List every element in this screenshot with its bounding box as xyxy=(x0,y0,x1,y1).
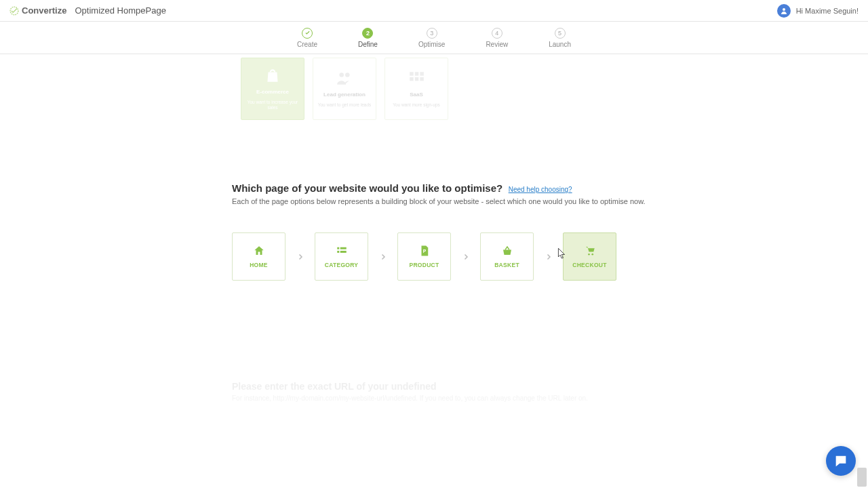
goal-card-saas[interactable]: SaaS You want more sign-ups xyxy=(384,58,448,120)
stepper: Create 2 Define 3 Optimise 4 Review 5 La… xyxy=(0,22,868,54)
page-card-product[interactable]: P PRODUCT xyxy=(397,232,451,281)
svg-rect-12 xyxy=(337,251,339,253)
step-review[interactable]: 4 Review xyxy=(486,28,508,48)
content: E-commerce You want to increase your sal… xyxy=(0,58,868,402)
avatar[interactable] xyxy=(777,4,791,18)
goal-card-ecommerce[interactable]: E-commerce You want to increase your sal… xyxy=(241,58,304,120)
step-label: Define xyxy=(358,41,378,48)
step-define[interactable]: 2 Define xyxy=(358,28,378,48)
step-label: Optimise xyxy=(418,41,445,48)
url-section: Please enter the exact URL of your undef… xyxy=(232,381,868,402)
svg-rect-11 xyxy=(340,247,346,249)
page-card-label: CATEGORY xyxy=(325,262,359,268)
step-circle-icon xyxy=(302,28,313,39)
svg-rect-9 xyxy=(420,77,423,81)
home-icon xyxy=(253,245,265,256)
svg-rect-13 xyxy=(340,251,346,253)
step-label: Create xyxy=(297,41,317,48)
svg-rect-5 xyxy=(415,73,418,76)
svg-text:P: P xyxy=(422,249,426,253)
chevron-right-icon xyxy=(368,253,397,261)
help-link[interactable]: Need help choosing? xyxy=(509,186,572,193)
goal-title: E-commerce xyxy=(256,89,289,96)
url-subtext: For instance, http://my-domain.com/my-we… xyxy=(232,394,868,402)
brand-name: Convertize xyxy=(22,5,66,16)
basket-icon xyxy=(501,245,513,256)
page-flow: HOME CATEGORY P PRODUCT BASKET xyxy=(232,232,868,281)
step-number: 5 xyxy=(555,28,566,39)
goal-card-lead[interactable]: Lead generation You want to get more lea… xyxy=(313,58,376,120)
url-title: Please enter the exact URL of your undef… xyxy=(232,381,868,392)
brand-icon xyxy=(9,6,19,16)
bag-icon xyxy=(264,67,281,85)
top-bar: Convertize Optimized HompePage Hi Maxime… xyxy=(0,0,868,22)
page-card-basket[interactable]: BASKET xyxy=(480,232,534,281)
list-icon xyxy=(336,245,348,256)
step-launch[interactable]: 5 Launch xyxy=(549,28,571,48)
brand[interactable]: Convertize xyxy=(9,5,66,16)
question-subtext: Each of the page options below represent… xyxy=(232,197,868,205)
goal-sub: You want to increase your sales xyxy=(245,100,300,110)
svg-rect-10 xyxy=(337,247,339,249)
page-title: Optimized HompePage xyxy=(75,5,165,16)
svg-rect-7 xyxy=(410,77,413,81)
top-bar-right: Hi Maxime Seguin! xyxy=(777,4,859,18)
scrollbar-thumb[interactable] xyxy=(857,468,867,487)
page-card-checkout[interactable]: CHECKOUT xyxy=(563,232,616,281)
cart-icon xyxy=(584,245,596,256)
user-greeting: Hi Maxime Seguin! xyxy=(796,7,859,15)
chevron-right-icon xyxy=(451,253,480,261)
goal-title: SaaS xyxy=(410,92,423,98)
top-bar-left: Convertize Optimized HompePage xyxy=(9,5,166,16)
chevron-right-icon xyxy=(534,253,563,261)
svg-point-15 xyxy=(588,253,590,255)
step-label: Launch xyxy=(549,41,571,48)
step-label: Review xyxy=(486,41,508,48)
svg-point-1 xyxy=(783,8,785,11)
grid-icon xyxy=(408,70,425,87)
goal-cards: E-commerce You want to increase your sal… xyxy=(241,58,868,120)
goal-title: Lead generation xyxy=(323,92,366,98)
page-card-category[interactable]: CATEGORY xyxy=(315,232,368,281)
chat-button[interactable] xyxy=(826,446,856,476)
goal-sub: You want to get more leads xyxy=(318,102,372,108)
goal-sub: You want more sign-ups xyxy=(393,102,440,108)
step-create[interactable]: Create xyxy=(297,28,317,48)
page-card-label: CHECKOUT xyxy=(572,262,607,268)
svg-point-3 xyxy=(345,73,349,78)
svg-rect-8 xyxy=(415,77,418,81)
chevron-right-icon xyxy=(285,253,315,261)
file-icon: P xyxy=(418,245,431,256)
page-card-label: HOME xyxy=(250,262,268,268)
svg-rect-6 xyxy=(420,73,423,76)
svg-point-2 xyxy=(339,73,344,78)
step-number: 3 xyxy=(427,28,437,39)
page-card-home[interactable]: HOME xyxy=(232,232,285,281)
page-card-label: PRODUCT xyxy=(409,262,439,268)
step-number: 4 xyxy=(492,28,502,39)
question-section: Which page of your website would you lik… xyxy=(232,182,868,205)
page-card-label: BASKET xyxy=(494,262,519,268)
step-number: 2 xyxy=(362,28,373,39)
people-icon xyxy=(336,70,353,87)
step-optimise[interactable]: 3 Optimise xyxy=(418,28,445,48)
svg-rect-4 xyxy=(410,73,413,76)
question-heading: Which page of your website would you lik… xyxy=(232,182,502,194)
svg-point-16 xyxy=(591,253,593,255)
